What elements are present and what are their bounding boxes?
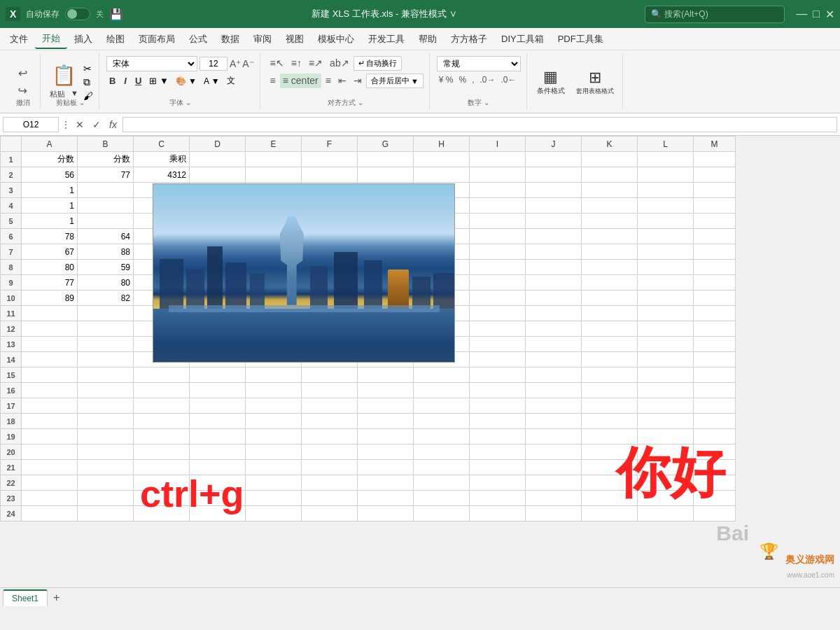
cell-G21[interactable]: [358, 460, 414, 475]
add-sheet-button[interactable]: +: [49, 592, 64, 604]
cell-H19[interactable]: [414, 429, 470, 444]
cell-M8[interactable]: [694, 260, 736, 275]
menu-formulas[interactable]: 公式: [182, 30, 214, 48]
percent-button[interactable]: %: [456, 74, 468, 85]
cell-H17[interactable]: [414, 398, 470, 414]
phonetic-button[interactable]: 文: [225, 74, 237, 88]
cell-B9[interactable]: 80: [78, 275, 134, 290]
undo-button[interactable]: ↩: [17, 65, 29, 81]
cell-I23[interactable]: [470, 491, 526, 506]
col-header-F[interactable]: F: [302, 136, 358, 152]
cell-C10[interactable]: [134, 290, 190, 306]
text-angle-button[interactable]: ab↗: [327, 56, 352, 71]
cell-D1[interactable]: [190, 152, 246, 167]
cell-D9[interactable]: [190, 275, 246, 290]
cell-E10[interactable]: [246, 290, 302, 306]
col-header-B[interactable]: B: [78, 136, 134, 152]
cell-A19[interactable]: [22, 429, 78, 444]
cell-F17[interactable]: [302, 398, 358, 414]
cell-J9[interactable]: [526, 275, 582, 290]
cell-M3[interactable]: [694, 183, 736, 198]
cell-H22[interactable]: [414, 475, 470, 491]
cell-J15[interactable]: [526, 368, 582, 383]
cell-H2[interactable]: [414, 167, 470, 183]
cell-I14[interactable]: [470, 352, 526, 368]
row-num-12[interactable]: 12: [1, 321, 22, 337]
cell-G12[interactable]: [358, 321, 414, 337]
cell-H21[interactable]: [414, 460, 470, 475]
autosave-toggle[interactable]: [65, 8, 90, 20]
cell-A12[interactable]: [22, 321, 78, 337]
cell-F23[interactable]: [302, 491, 358, 506]
table-format-button[interactable]: ⊞ 套用表格格式: [573, 67, 617, 97]
cell-D12[interactable]: [190, 321, 246, 337]
cell-E24[interactable]: [246, 506, 302, 522]
border-button[interactable]: ⊞ ▼: [147, 75, 170, 87]
cell-J12[interactable]: [526, 321, 582, 337]
format-painter-button[interactable]: 🖌: [83, 90, 93, 102]
row-num-9[interactable]: 9: [1, 275, 22, 290]
cell-J24[interactable]: [526, 506, 582, 522]
row-num-3[interactable]: 3: [1, 183, 22, 198]
row-num-21[interactable]: 21: [1, 460, 22, 475]
cell-K16[interactable]: [582, 383, 638, 398]
cell-I4[interactable]: [470, 198, 526, 214]
cell-F24[interactable]: [302, 506, 358, 522]
row-num-22[interactable]: 22: [1, 475, 22, 491]
cell-C1[interactable]: 乘积: [134, 152, 190, 167]
cell-D18[interactable]: [190, 414, 246, 429]
cell-K12[interactable]: [582, 321, 638, 337]
cell-L10[interactable]: [638, 290, 694, 306]
cell-I15[interactable]: [470, 368, 526, 383]
cell-I19[interactable]: [470, 429, 526, 444]
cell-G1[interactable]: [358, 152, 414, 167]
cell-J14[interactable]: [526, 352, 582, 368]
cell-D14[interactable]: [190, 352, 246, 368]
cell-H1[interactable]: [414, 152, 470, 167]
cell-D5[interactable]: [190, 214, 246, 229]
cell-C17[interactable]: [134, 398, 190, 414]
cell-A21[interactable]: [22, 460, 78, 475]
cell-K11[interactable]: [582, 306, 638, 321]
decrease-indent[interactable]: ⇤: [335, 74, 349, 88]
cell-E8[interactable]: [246, 260, 302, 275]
cell-L14[interactable]: [638, 352, 694, 368]
cell-I22[interactable]: [470, 475, 526, 491]
cell-B17[interactable]: [78, 398, 134, 414]
col-header-D[interactable]: D: [190, 136, 246, 152]
cell-F22[interactable]: [302, 475, 358, 491]
cell-I10[interactable]: [470, 290, 526, 306]
cell-E7[interactable]: [246, 244, 302, 260]
cell-B22[interactable]: [78, 475, 134, 491]
cell-A17[interactable]: [22, 398, 78, 414]
cell-D20[interactable]: [190, 444, 246, 460]
menu-template[interactable]: 模板中心: [311, 30, 361, 48]
cell-A24[interactable]: [22, 506, 78, 522]
cell-A18[interactable]: [22, 414, 78, 429]
cell-I13[interactable]: [470, 337, 526, 352]
cell-M1[interactable]: [694, 152, 736, 167]
cell-F11[interactable]: [302, 306, 358, 321]
cell-J22[interactable]: [526, 475, 582, 491]
row-num-10[interactable]: 10: [1, 290, 22, 306]
menu-file[interactable]: 文件: [3, 30, 35, 48]
underline-button[interactable]: U: [132, 75, 144, 87]
cell-D10[interactable]: [190, 290, 246, 306]
cell-B10[interactable]: 82: [78, 290, 134, 306]
cell-J6[interactable]: [526, 229, 582, 244]
cell-H3[interactable]: [414, 183, 470, 198]
cell-F21[interactable]: [302, 460, 358, 475]
cell-G22[interactable]: [358, 475, 414, 491]
cell-I7[interactable]: [470, 244, 526, 260]
cell-K14[interactable]: [582, 352, 638, 368]
cell-F9[interactable]: [302, 275, 358, 290]
cell-B11[interactable]: [78, 306, 134, 321]
cell-G11[interactable]: [358, 306, 414, 321]
cell-K6[interactable]: [582, 229, 638, 244]
cell-B20[interactable]: [78, 444, 134, 460]
cell-L13[interactable]: [638, 337, 694, 352]
cell-C8[interactable]: [134, 260, 190, 275]
row-num-15[interactable]: 15: [1, 368, 22, 383]
cell-M18[interactable]: [694, 414, 736, 429]
row-num-4[interactable]: 4: [1, 198, 22, 214]
